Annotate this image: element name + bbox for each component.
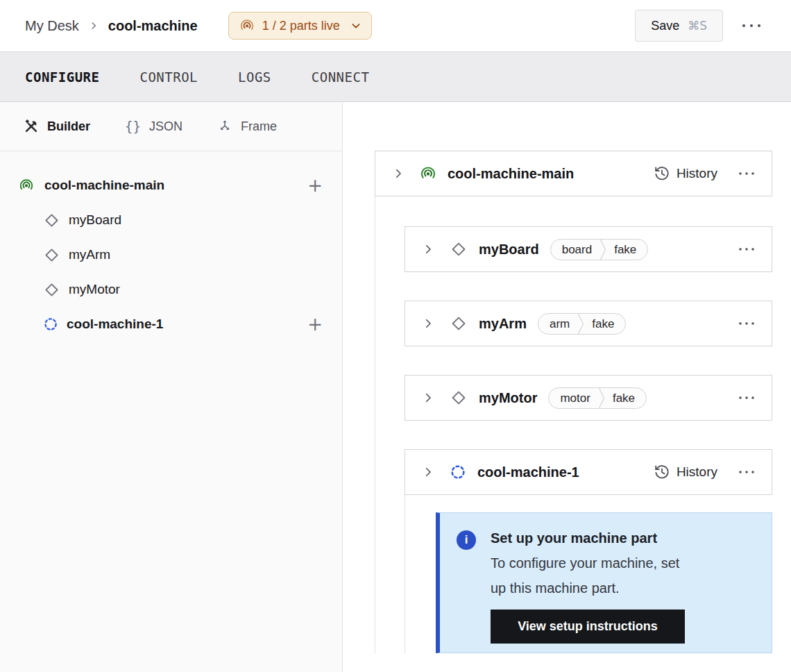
expand-chevron-icon[interactable] xyxy=(422,392,434,404)
save-button-label: Save xyxy=(651,19,679,33)
expand-chevron-icon[interactable] xyxy=(422,317,434,330)
callout-content: Set up your machine part To configure yo… xyxy=(491,530,688,653)
machine-overflow-menu-button[interactable] xyxy=(740,19,763,33)
main-nav-tabbar: CONFIGURE CONTROL LOGS CONNECT xyxy=(0,52,791,102)
badge-divider-chevron xyxy=(599,239,606,260)
info-icon: i xyxy=(457,530,476,550)
chevron-down-icon xyxy=(350,20,362,31)
component-type-badge: arm fake xyxy=(538,313,626,335)
card-overflow-menu-button[interactable] xyxy=(738,243,755,255)
callout-body: To configure your machine, set up this m… xyxy=(491,551,688,600)
card-title: myArm xyxy=(479,316,527,332)
tab-control[interactable]: CONTROL xyxy=(139,69,198,85)
component-type-badge: motor fake xyxy=(548,387,647,409)
chevron-right-icon xyxy=(89,21,99,31)
tree-item-mymotor[interactable]: myMotor xyxy=(0,272,342,307)
dashed-circle-icon xyxy=(43,317,58,332)
tree-item-label: cool-machine-main xyxy=(44,178,164,193)
view-setup-instructions-button[interactable]: View setup instructions xyxy=(491,610,685,644)
badge-divider-chevron xyxy=(598,387,605,409)
setup-info-callout: i Set up your machine part To configure … xyxy=(436,512,772,653)
machine-name-title: cool-machine xyxy=(108,18,198,34)
part-card-cool-machine-main: cool-machine-main History xyxy=(375,151,772,196)
machine-config-page: My Desk cool-machine 1 / 2 parts live Sa… xyxy=(0,0,791,672)
axes-icon xyxy=(217,119,232,134)
badge-model: fake xyxy=(584,313,625,335)
card-overflow-menu-button[interactable] xyxy=(738,392,755,404)
broadcast-icon xyxy=(420,165,436,182)
view-tab-builder-label: Builder xyxy=(47,119,90,134)
save-button[interactable]: Save ⌘S xyxy=(635,10,723,42)
card-overflow-menu-button[interactable] xyxy=(738,466,755,478)
status-badge-label: 1 / 2 parts live xyxy=(262,19,340,33)
config-sidebar: Builder {} JSON Frame xyxy=(0,102,343,672)
tab-logs[interactable]: LOGS xyxy=(238,69,271,85)
component-type-badge: board fake xyxy=(550,239,649,260)
badge-model: fake xyxy=(605,387,646,409)
machine-tree: cool-machine-main + myBoard myArm xyxy=(0,151,342,342)
braces-icon: {} xyxy=(125,119,141,134)
expand-chevron-icon[interactable] xyxy=(422,466,434,478)
tree-connector-line xyxy=(405,495,405,653)
page-header: My Desk cool-machine 1 / 2 parts live Sa… xyxy=(0,0,791,52)
tree-item-label: myBoard xyxy=(69,212,121,228)
diamond-icon xyxy=(43,246,60,264)
history-button[interactable]: History xyxy=(654,464,717,480)
dashed-circle-icon xyxy=(450,464,466,480)
history-button-label: History xyxy=(677,166,717,181)
parts-live-status-badge[interactable]: 1 / 2 parts live xyxy=(228,12,372,40)
badge-type: motor xyxy=(549,387,597,409)
card-title: myBoard xyxy=(479,242,539,258)
card-title: cool-machine-1 xyxy=(477,464,579,480)
badge-divider-chevron xyxy=(577,313,584,335)
badge-model: fake xyxy=(606,239,647,260)
expand-chevron-icon[interactable] xyxy=(422,243,434,255)
view-tab-builder[interactable]: Builder xyxy=(24,119,90,134)
add-component-button[interactable]: + xyxy=(307,178,323,192)
tab-configure[interactable]: CONFIGURE xyxy=(25,69,99,85)
tree-item-cool-machine-main[interactable]: cool-machine-main + xyxy=(0,168,342,203)
add-component-button[interactable]: + xyxy=(307,317,323,331)
component-card-mymotor: myMotor motor fake xyxy=(405,375,772,421)
config-view-tabs: Builder {} JSON Frame xyxy=(0,102,342,151)
card-overflow-menu-button[interactable] xyxy=(738,317,755,330)
tree-item-myboard[interactable]: myBoard xyxy=(0,203,342,237)
view-tab-json-label: JSON xyxy=(149,119,182,134)
tree-item-cool-machine-1[interactable]: cool-machine-1 + xyxy=(0,307,342,342)
diamond-icon xyxy=(43,281,60,299)
view-tab-frame-label: Frame xyxy=(241,119,277,134)
breadcrumb-parent-link[interactable]: My Desk xyxy=(25,18,79,34)
diamond-icon xyxy=(450,314,468,333)
tools-icon xyxy=(24,119,39,134)
tab-connect[interactable]: CONNECT xyxy=(312,69,370,85)
expand-chevron-icon[interactable] xyxy=(392,167,405,180)
diamond-icon xyxy=(43,212,60,229)
tree-connector-line xyxy=(375,196,375,653)
card-overflow-menu-button[interactable] xyxy=(738,167,755,180)
diamond-icon xyxy=(450,240,468,258)
broadcast-icon xyxy=(239,18,255,33)
view-tab-json[interactable]: {} JSON xyxy=(125,119,182,134)
card-title: myMotor xyxy=(479,390,537,406)
part-card-cool-machine-1: cool-machine-1 History xyxy=(405,449,772,495)
view-tab-frame[interactable]: Frame xyxy=(217,119,277,134)
broadcast-icon xyxy=(19,178,34,193)
save-shortcut-hint: ⌘S xyxy=(688,19,707,33)
callout-title: Set up your machine part xyxy=(491,530,688,546)
badge-type: arm xyxy=(538,313,577,335)
component-card-myarm: myArm arm fake xyxy=(405,301,772,346)
component-card-myboard: myBoard board fake xyxy=(405,226,772,272)
badge-type: board xyxy=(551,239,599,260)
breadcrumb: My Desk cool-machine xyxy=(25,18,198,34)
tree-item-label: cool-machine-1 xyxy=(67,317,163,332)
history-button[interactable]: History xyxy=(654,165,717,182)
card-title: cool-machine-main xyxy=(448,166,574,182)
tree-item-label: myArm xyxy=(69,247,110,262)
tree-item-myarm[interactable]: myArm xyxy=(0,237,342,272)
history-button-label: History xyxy=(677,464,717,480)
tree-item-label: myMotor xyxy=(69,282,120,297)
diamond-icon xyxy=(450,389,468,407)
